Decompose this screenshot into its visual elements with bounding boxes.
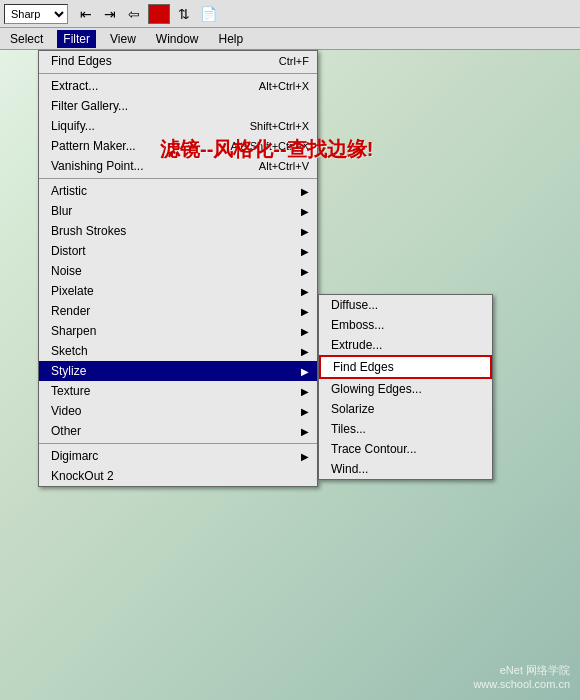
annotation-text: 滤镜--风格化--查找边缘! bbox=[160, 136, 373, 163]
menu-window[interactable]: Window bbox=[150, 30, 205, 48]
watermark-line2: www.school.com.cn bbox=[473, 678, 570, 690]
stylize-submenu: Diffuse... Emboss... Extrude... Find Edg… bbox=[318, 294, 493, 480]
menu-blur[interactable]: Blur ▶ bbox=[39, 201, 317, 221]
separator-1 bbox=[39, 73, 317, 74]
menu-texture[interactable]: Texture ▶ bbox=[39, 381, 317, 401]
menu-distort[interactable]: Distort ▶ bbox=[39, 241, 317, 261]
menu-extract[interactable]: Extract... Alt+Ctrl+X bbox=[39, 76, 317, 96]
menu-noise[interactable]: Noise ▶ bbox=[39, 261, 317, 281]
menu-find-edges-top[interactable]: Find Edges Ctrl+F bbox=[39, 51, 317, 71]
menu-filter-gallery[interactable]: Filter Gallery... bbox=[39, 96, 317, 116]
submenu-extrude[interactable]: Extrude... bbox=[319, 335, 492, 355]
submenu-diffuse[interactable]: Diffuse... bbox=[319, 295, 492, 315]
toolbar: Sharp Smooth ⇤ ⇥ ⇦ ⇅ 📄 bbox=[0, 0, 580, 28]
sharp-select[interactable]: Sharp Smooth bbox=[4, 4, 68, 24]
watermark-line1: eNet 网络学院 bbox=[473, 663, 570, 678]
submenu-glowing-edges[interactable]: Glowing Edges... bbox=[319, 379, 492, 399]
menu-brush-strokes[interactable]: Brush Strokes ▶ bbox=[39, 221, 317, 241]
color-swatch[interactable] bbox=[148, 4, 170, 24]
submenu-wind[interactable]: Wind... bbox=[319, 459, 492, 479]
submenu-trace-contour[interactable]: Trace Contour... bbox=[319, 439, 492, 459]
menu-knockout2[interactable]: KnockOut 2 bbox=[39, 466, 317, 486]
menu-pixelate[interactable]: Pixelate ▶ bbox=[39, 281, 317, 301]
separator-2 bbox=[39, 178, 317, 179]
submenu-emboss[interactable]: Emboss... bbox=[319, 315, 492, 335]
menu-help[interactable]: Help bbox=[213, 30, 250, 48]
menu-digimarc[interactable]: Digimarc ▶ bbox=[39, 446, 317, 466]
filter-dropdown: Find Edges Ctrl+F Extract... Alt+Ctrl+X … bbox=[38, 50, 318, 487]
document-icon[interactable]: 📄 bbox=[198, 4, 218, 24]
menu-liquify[interactable]: Liquify... Shift+Ctrl+X bbox=[39, 116, 317, 136]
watermark: eNet 网络学院 www.school.com.cn bbox=[473, 663, 570, 690]
menu-other[interactable]: Other ▶ bbox=[39, 421, 317, 441]
menu-filter[interactable]: Filter bbox=[57, 30, 96, 48]
menu-sketch[interactable]: Sketch ▶ bbox=[39, 341, 317, 361]
transform-icon[interactable]: ⇅ bbox=[174, 4, 194, 24]
align-center-icon[interactable]: ⇥ bbox=[100, 4, 120, 24]
menu-render[interactable]: Render ▶ bbox=[39, 301, 317, 321]
menu-sharpen[interactable]: Sharpen ▶ bbox=[39, 321, 317, 341]
menu-stylize[interactable]: Stylize ▶ bbox=[39, 361, 317, 381]
menu-bar: Select Filter View Window Help bbox=[0, 28, 580, 50]
menu-video[interactable]: Video ▶ bbox=[39, 401, 317, 421]
menu-artistic[interactable]: Artistic ▶ bbox=[39, 181, 317, 201]
submenu-find-edges[interactable]: Find Edges bbox=[319, 355, 492, 379]
menu-select[interactable]: Select bbox=[4, 30, 49, 48]
submenu-tiles[interactable]: Tiles... bbox=[319, 419, 492, 439]
align-left-icon[interactable]: ⇤ bbox=[76, 4, 96, 24]
submenu-solarize[interactable]: Solarize bbox=[319, 399, 492, 419]
menu-view[interactable]: View bbox=[104, 30, 142, 48]
align-right-icon[interactable]: ⇦ bbox=[124, 4, 144, 24]
separator-3 bbox=[39, 443, 317, 444]
